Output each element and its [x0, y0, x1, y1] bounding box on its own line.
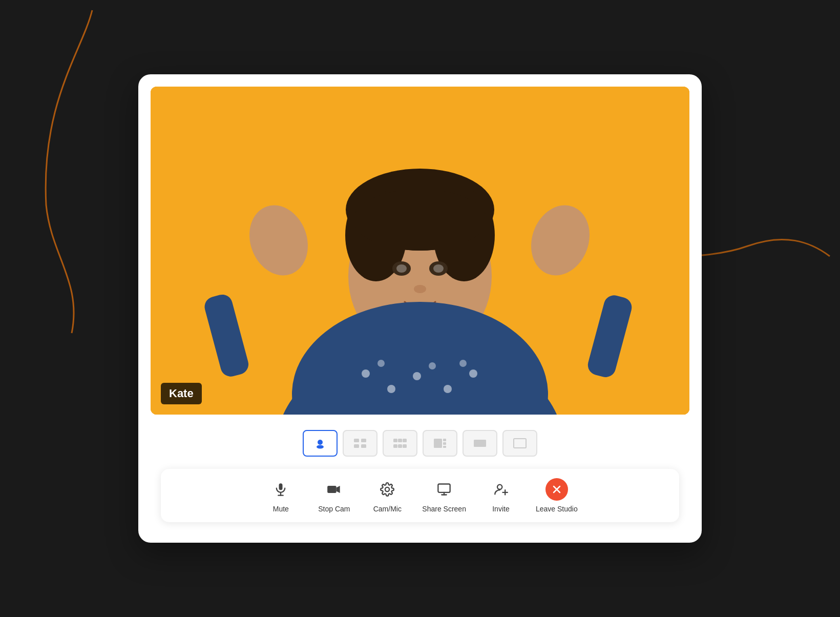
- svg-point-12: [414, 285, 426, 293]
- svg-rect-41: [443, 446, 446, 448]
- layout-selector: [151, 425, 689, 459]
- microphone-icon: [269, 478, 292, 501]
- layout-btn-grid3[interactable]: [383, 430, 417, 457]
- stop-cam-button[interactable]: Stop Cam: [316, 478, 352, 513]
- participant-label: Kate: [161, 383, 202, 404]
- svg-rect-35: [393, 444, 397, 448]
- invite-label: Invite: [492, 505, 509, 513]
- layout-btn-sidebar[interactable]: [423, 430, 457, 457]
- monitor-icon: [433, 478, 455, 501]
- cam-mic-button[interactable]: Cam/Mic: [369, 478, 406, 513]
- svg-rect-34: [403, 439, 407, 442]
- svg-rect-40: [443, 442, 446, 445]
- svg-rect-43: [514, 439, 526, 448]
- leave-studio-button[interactable]: Leave Studio: [536, 478, 578, 513]
- controls-bar: Mute Stop Cam Cam/Mic: [161, 469, 679, 522]
- video-area: Kate: [151, 87, 689, 415]
- layout-btn-wide[interactable]: [463, 430, 497, 457]
- svg-rect-31: [361, 444, 366, 448]
- svg-rect-30: [354, 444, 359, 448]
- svg-point-48: [385, 487, 389, 491]
- svg-point-7: [353, 189, 487, 251]
- svg-point-20: [413, 372, 421, 380]
- svg-point-26: [318, 440, 323, 445]
- add-person-icon: [490, 478, 512, 501]
- svg-rect-47: [327, 486, 337, 493]
- svg-rect-44: [279, 483, 283, 490]
- svg-point-23: [377, 360, 385, 367]
- svg-rect-49: [438, 484, 450, 492]
- svg-rect-38: [434, 439, 442, 448]
- svg-rect-28: [354, 439, 359, 442]
- cam-mic-label: Cam/Mic: [373, 505, 402, 513]
- svg-point-21: [444, 385, 452, 393]
- svg-point-22: [469, 369, 477, 378]
- svg-point-52: [497, 485, 502, 489]
- studio-container: Kate: [138, 74, 702, 543]
- leave-studio-label: Leave Studio: [536, 505, 578, 513]
- layout-btn-blank[interactable]: [502, 430, 537, 457]
- mute-button[interactable]: Mute: [262, 478, 299, 513]
- close-icon: [545, 478, 568, 501]
- svg-rect-29: [361, 439, 366, 442]
- svg-point-18: [362, 369, 370, 378]
- svg-point-10: [396, 264, 407, 273]
- share-screen-button[interactable]: Share Screen: [422, 478, 466, 513]
- svg-point-19: [387, 385, 395, 393]
- layout-btn-single[interactable]: [303, 430, 338, 457]
- svg-point-11: [433, 264, 444, 273]
- layout-btn-grid2[interactable]: [343, 430, 377, 457]
- mute-label: Mute: [273, 505, 289, 513]
- svg-rect-39: [443, 439, 446, 441]
- camera-icon: [323, 478, 345, 501]
- video-placeholder: [151, 87, 689, 415]
- svg-point-27: [317, 445, 324, 449]
- svg-rect-42: [474, 440, 486, 447]
- share-screen-label: Share Screen: [422, 505, 466, 513]
- invite-button[interactable]: Invite: [482, 478, 519, 513]
- svg-rect-33: [398, 439, 402, 442]
- svg-rect-32: [393, 439, 397, 442]
- svg-rect-37: [403, 444, 407, 448]
- svg-point-24: [429, 362, 436, 369]
- stop-cam-label: Stop Cam: [318, 505, 350, 513]
- svg-point-25: [459, 360, 467, 367]
- svg-rect-36: [398, 444, 402, 448]
- gear-icon: [376, 478, 398, 501]
